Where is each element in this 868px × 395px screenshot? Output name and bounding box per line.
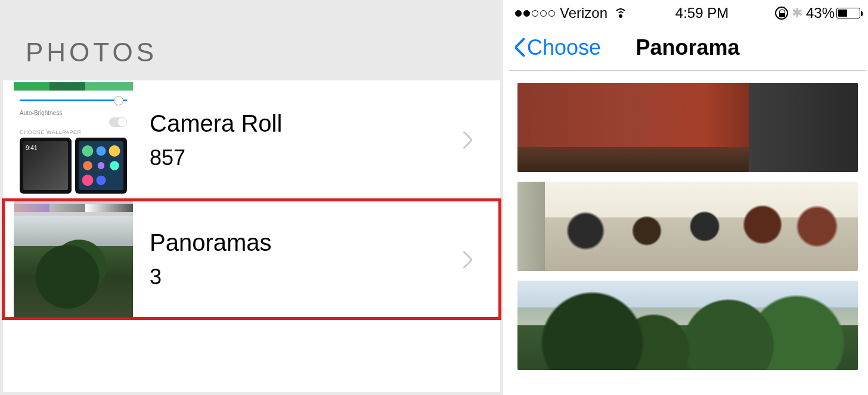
brightness-slider-icon: [20, 94, 127, 106]
right-screenshot: Verizon 4:59 PM ✱ 43% Choose Panorama: [506, 0, 868, 395]
status-bar-time: 4:59 PM: [629, 5, 775, 21]
album-thumbnail-panoramas: [14, 201, 133, 318]
phone-preview-icon: [20, 138, 72, 194]
auto-brightness-label: Auto-Brightness: [20, 110, 127, 116]
album-count: 3: [150, 265, 458, 290]
status-bar: Verizon 4:59 PM ✱ 43%: [509, 2, 866, 24]
carrier-label: Verizon: [560, 5, 607, 21]
back-button[interactable]: Choose: [509, 35, 601, 60]
album-thumbnail-camera-roll: Auto-Brightness CHOOSE WALLPAPER: [14, 82, 133, 198]
album-row-panoramas[interactable]: Panoramas 3: [3, 200, 500, 319]
rotation-lock-icon: [775, 7, 788, 20]
chevron-left-icon: [513, 36, 527, 59]
panorama-photo[interactable]: [517, 281, 858, 370]
album-title: Panoramas: [150, 229, 458, 256]
album-row-camera-roll[interactable]: Auto-Brightness CHOOSE WALLPAPER Camera …: [3, 80, 500, 200]
section-title: PHOTOS: [26, 38, 157, 67]
left-screenshot: PHOTOS Auto-Brightness CHOOSE WALLPAPER: [0, 0, 506, 395]
signal-strength-icon: [515, 10, 555, 17]
choose-wallpaper-label: CHOOSE WALLPAPER: [20, 129, 127, 135]
battery-percent-label: 43%: [806, 5, 835, 21]
panorama-photo[interactable]: [517, 83, 858, 172]
bluetooth-icon: ✱: [792, 5, 802, 21]
phone-preview-icon: [75, 138, 127, 194]
back-button-label: Choose: [527, 35, 601, 60]
chevron-right-icon: [458, 248, 482, 272]
section-header-photos: PHOTOS: [3, 3, 500, 80]
chevron-right-icon: [458, 128, 482, 152]
toggle-icon: [14, 117, 133, 127]
battery-icon: [836, 8, 860, 18]
album-count: 857: [150, 145, 458, 170]
wifi-icon: [613, 7, 629, 19]
album-list: Auto-Brightness CHOOSE WALLPAPER Camera …: [3, 80, 500, 392]
panorama-photo-grid[interactable]: [509, 71, 866, 393]
navigation-bar: Choose Panorama: [509, 24, 866, 71]
panorama-photo[interactable]: [517, 182, 858, 271]
album-title: Camera Roll: [150, 110, 458, 137]
